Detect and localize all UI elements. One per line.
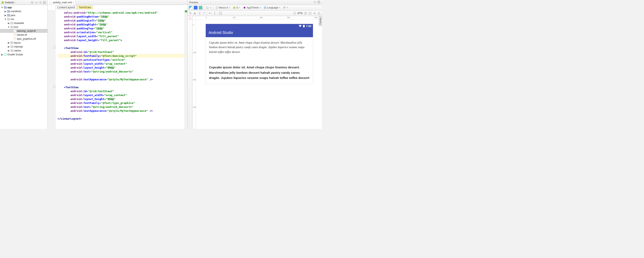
variant-select[interactable] [282, 6, 289, 10]
code-text[interactable]: xmlns:android="http://schemas.android.co… [56, 10, 184, 129]
tree-values[interactable]: ▶values [0, 49, 48, 52]
pan-icon[interactable] [313, 12, 316, 15]
tree-app[interactable]: ▼app [0, 5, 48, 9]
gradle-icon [4, 53, 7, 56]
close-tab-icon[interactable]: × [72, 1, 74, 4]
preview-panel: Preview Nexus 4 O AppTheme Language [188, 0, 322, 129]
select-icon[interactable] [189, 12, 192, 15]
palette-icon[interactable] [188, 17, 192, 20]
svg-point-1 [32, 2, 32, 3]
tree-mipmap[interactable]: ▶mipmap [0, 45, 48, 49]
svg-rect-44 [309, 12, 311, 14]
zoom-out-icon[interactable] [293, 12, 296, 15]
hide-panel-icon[interactable] [43, 1, 46, 4]
tree-drawable[interactable]: ▶drawable [0, 21, 48, 25]
device-select[interactable]: Nexus 4 [214, 6, 231, 10]
svg-rect-46 [303, 25, 305, 27]
design-view-icon[interactable] [189, 6, 192, 10]
svg-text:<>: <> [50, 2, 52, 4]
palette-icon-strip [188, 16, 192, 129]
svg-rect-33 [207, 7, 208, 9]
svg-rect-39 [284, 8, 284, 9]
breadcrumb: LinearLayout TextView [48, 5, 188, 10]
svg-text:T: T [14, 30, 16, 32]
xml-file-icon: <> [49, 1, 52, 4]
guideline-icon[interactable] [219, 12, 222, 15]
svg-point-40 [203, 12, 204, 13]
tree-file-typo[interactable]: Ttypo_graphica.otf [0, 37, 48, 41]
collapse-icon[interactable] [35, 1, 38, 4]
textview-1[interactable]: Cupcake ipsum dolor sit. Amet chupa chup… [209, 41, 310, 54]
project-panel: Android ▾ ▼app ▶manifests ▶java ▼res ▶dr… [0, 0, 48, 129]
gear-icon[interactable] [313, 1, 316, 4]
tree-gradle[interactable]: ▶Gradle Scripts [0, 52, 48, 56]
font-file-icon: T [13, 34, 16, 36]
svg-rect-5 [4, 6, 5, 7]
theme-select[interactable]: AppTheme [242, 6, 262, 10]
expand-h-icon[interactable] [208, 12, 212, 15]
fold-icon[interactable]: − [54, 46, 56, 48]
bell-icon[interactable] [318, 12, 321, 15]
battery-icon [303, 25, 305, 27]
svg-rect-13 [10, 22, 12, 23]
preview-toolbar-2: 67% [188, 11, 322, 16]
font-file-icon: T [13, 30, 16, 32]
preview-header: Preview [188, 0, 322, 5]
device-statusbar: 7:00 [206, 24, 313, 28]
device-frame[interactable]: 7:00 Android Studio Cupcake ipsum dolor … [206, 24, 313, 84]
tree-font[interactable]: ▼font [0, 25, 48, 29]
device-appbar: Android Studio [206, 28, 313, 37]
target-icon[interactable] [30, 1, 34, 4]
error-stripe[interactable] [184, 10, 188, 129]
svg-point-45 [314, 13, 315, 14]
svg-rect-38 [285, 7, 286, 8]
fold-icon[interactable]: − [54, 85, 56, 88]
preview-title: Preview [189, 1, 198, 4]
palette-tab[interactable]: Palette [319, 16, 322, 26]
svg-point-35 [244, 7, 246, 9]
dropdown-icon[interactable]: ▾ [14, 2, 15, 4]
orientation-button[interactable] [205, 6, 212, 10]
expand-v-icon[interactable] [213, 12, 216, 15]
breadcrumb-textview[interactable]: TextView [77, 6, 93, 9]
svg-point-28 [4, 53, 6, 56]
both-view-icon[interactable] [199, 6, 202, 10]
ruler-corner [192, 16, 196, 20]
zoom-in-icon[interactable] [304, 12, 307, 15]
project-tree[interactable]: ▼app ▶manifests ▶java ▼res ▶drawable ▼fo… [0, 5, 48, 129]
tree-file-lobster[interactable]: Tlobster.ttf [0, 33, 48, 37]
code-editor[interactable]: − − xmlns:android="http://schemas.androi… [48, 10, 188, 129]
tree-manifests[interactable]: ▶manifests [0, 9, 48, 13]
language-select[interactable]: Language [263, 6, 281, 10]
tree-file-dancing[interactable]: Tdancing_script.ttf [0, 29, 48, 33]
sigma-icon[interactable] [198, 12, 201, 15]
project-toolbar: Android ▾ [0, 0, 48, 5]
svg-rect-37 [284, 7, 284, 8]
breadcrumb-linearlayout[interactable]: LinearLayout [56, 6, 77, 9]
svg-rect-11 [7, 18, 8, 19]
zoom-level: 67% [298, 12, 302, 15]
tab-activity-main[interactable]: <> activity_main.xml × [48, 0, 76, 5]
svg-point-31 [314, 2, 315, 3]
project-view-label[interactable]: Android [5, 1, 14, 4]
api-select[interactable]: O [232, 6, 241, 10]
magic-icon[interactable] [202, 12, 206, 15]
svg-rect-3 [43, 2, 45, 4]
tree-layout[interactable]: ▶layout [0, 41, 48, 45]
tree-java[interactable]: ▶java [0, 13, 48, 17]
preview-toolbar-1: Nexus 4 O AppTheme Language [188, 5, 322, 11]
gutter: − − [48, 10, 56, 129]
svg-rect-9 [7, 14, 8, 15]
fit-icon[interactable] [308, 12, 312, 15]
hide-panel-icon[interactable] [317, 1, 320, 4]
svg-text:T: T [14, 38, 16, 40]
preview-canvas[interactable]: 0 100 200 300 400 0 100 200 300 Palette [192, 16, 322, 129]
chart-icon[interactable] [193, 12, 197, 15]
tree-res[interactable]: ▼res [0, 17, 48, 21]
blueprint-view-icon[interactable] [194, 6, 198, 10]
svg-rect-47 [304, 25, 304, 25]
preview-body: 0 100 200 300 400 0 100 200 300 Palette [188, 16, 322, 129]
gear-icon[interactable] [39, 1, 42, 4]
android-icon [1, 1, 4, 4]
textview-2[interactable]: Cupcake ipsum dolor sit. Amet chupa chup… [209, 65, 310, 81]
